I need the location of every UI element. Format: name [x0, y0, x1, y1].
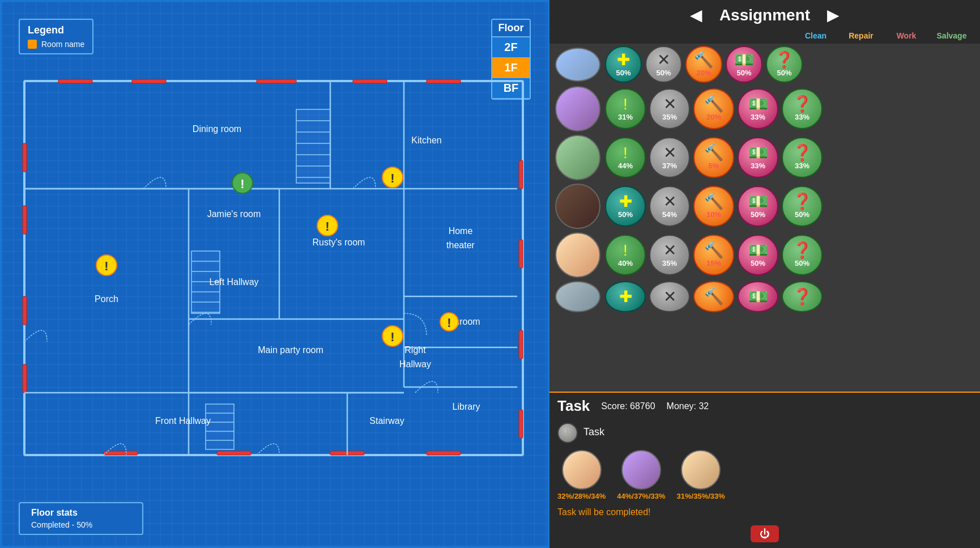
char-extra-btn-1[interactable]: ❓ 33%	[782, 88, 823, 129]
task-person-avatar-1[interactable]	[621, 450, 661, 490]
floor-btn-2f[interactable]: 2F	[492, 37, 530, 58]
char-extra-btn-2[interactable]: ❓ 33%	[782, 137, 823, 178]
power-button[interactable]: ⏻	[751, 525, 779, 542]
char-row-1: ! 31% ✕ 35% 🔨 20% 💵 33% ❓ 33%	[555, 86, 974, 131]
svg-text:Rusty's room: Rusty's room	[313, 237, 365, 247]
char-work-btn-2[interactable]: 🔨 5%	[693, 137, 734, 178]
char-row-5: ✚ ✕ 🔨 💵 ❓	[555, 281, 974, 312]
svg-rect-11	[519, 240, 523, 268]
char-repair-btn-3[interactable]: ✕ 54%	[649, 186, 690, 227]
char-repair-btn-2[interactable]: ✕ 37%	[649, 137, 690, 178]
char-salvage-btn-5[interactable]: 💵	[738, 281, 778, 312]
svg-rect-5	[427, 79, 461, 83]
assignment-next-btn[interactable]: ▶	[821, 6, 845, 24]
char-clean-btn-2[interactable]: ! 44%	[605, 137, 646, 178]
char-avatar-2[interactable]	[555, 135, 600, 180]
char-actions-5: ✚ ✕ 🔨 💵 ❓	[605, 281, 823, 312]
floor-plan-panel: Legend Room name Floor 2F 1F BF	[0, 0, 549, 548]
svg-text:Kitchen: Kitchen	[411, 135, 441, 145]
task-text: Task	[583, 423, 604, 438]
char-clean-btn-3[interactable]: ✚ 50%	[605, 186, 646, 227]
column-headers: Clean Repair Work Salvage	[549, 30, 980, 44]
char-work-btn-5[interactable]: 🔨	[693, 281, 734, 312]
floor-plan-svg: Dining room Kitchen Porch Jamie's room R…	[19, 70, 529, 478]
char-salvage-btn-2[interactable]: 💵 33%	[738, 137, 778, 178]
task-header: Task Score: 68760 Money: 32	[549, 392, 980, 419]
char-clean-btn-0[interactable]: ✚ 50%	[605, 46, 642, 83]
svg-text:Home: Home	[449, 226, 473, 236]
svg-text:theater: theater	[446, 240, 475, 250]
char-work-btn-4[interactable]: 🔨 15%	[693, 235, 734, 275]
task-label: Task	[557, 397, 590, 415]
svg-rect-12	[519, 330, 523, 359]
svg-text:Hallway: Hallway	[399, 359, 431, 369]
char-avatar-5[interactable]	[555, 281, 600, 312]
char-row-3: ✚ 50% ✕ 54% 🔨 10% 💵 50% ❓ 50%	[555, 184, 974, 229]
svg-text:Left Hallway: Left Hallway	[209, 277, 258, 287]
task-person-pct-1: 44%/37%/33%	[617, 492, 665, 500]
assignment-prev-btn[interactable]: ◀	[684, 6, 708, 24]
char-clean-btn-1[interactable]: ! 31%	[605, 88, 646, 129]
task-person-0: 32%/28%/34%	[557, 450, 606, 500]
task-person-avatar-0[interactable]	[562, 450, 602, 490]
svg-rect-7	[23, 206, 27, 234]
svg-text:Dining room: Dining room	[193, 124, 241, 134]
svg-rect-8	[23, 296, 27, 325]
char-repair-btn-4[interactable]: ✕ 35%	[649, 235, 690, 275]
char-salvage-btn-1[interactable]: 💵 33%	[738, 88, 778, 129]
char-clean-btn-5[interactable]: ✚	[605, 281, 646, 312]
svg-text:!: !	[104, 259, 108, 273]
svg-text:Library: Library	[453, 402, 480, 411]
char-extra-btn-4[interactable]: ❓ 50%	[782, 235, 823, 275]
char-salvage-btn-3[interactable]: 💵 50%	[738, 186, 778, 227]
svg-rect-13	[519, 410, 523, 438]
char-work-btn-1[interactable]: 🔨 20%	[693, 88, 734, 129]
char-actions-4: ! 40% ✕ 35% 🔨 15% 💵 50% ❓ 50%	[605, 235, 823, 275]
char-clean-btn-4[interactable]: ! 40%	[605, 235, 646, 275]
char-avatar-0[interactable]	[555, 48, 600, 82]
floor-stats-value: Completed - 50%	[31, 520, 131, 529]
svg-text:Stairway: Stairway	[369, 416, 404, 426]
legend-box: Legend Room name	[19, 19, 93, 54]
char-row-4: ! 40% ✕ 35% 🔨 15% 💵 50% ❓ 50%	[555, 232, 974, 278]
char-extra-btn-5[interactable]: ❓	[782, 281, 823, 312]
floor-stats: Floor stats Completed - 50%	[19, 502, 143, 535]
char-repair-btn-0[interactable]: ✕ 50%	[645, 46, 682, 83]
svg-text:Right: Right	[404, 345, 426, 355]
task-person-pct-2: 31%/35%/33%	[677, 492, 725, 500]
svg-rect-1	[58, 79, 92, 83]
right-panel: ◀ Assignment ▶ Clean Repair Work Salvage…	[549, 0, 980, 548]
char-salvage-btn-0[interactable]: 💵 50%	[726, 46, 762, 83]
svg-text:!: !	[240, 177, 244, 191]
char-repair-btn-1[interactable]: ✕ 35%	[649, 88, 690, 129]
svg-rect-10	[519, 160, 523, 189]
task-person-pct-0: 32%/28%/34%	[557, 492, 606, 500]
task-exclamation-icon: !	[557, 423, 578, 443]
floor-stats-title: Floor stats	[31, 508, 131, 518]
char-extra-btn-0[interactable]: ❓ 50%	[766, 46, 803, 83]
col-header-work: Work	[884, 31, 929, 40]
floor-title: Floor	[492, 20, 530, 37]
task-person-1: 44%/37%/33%	[617, 450, 665, 500]
char-avatar-1[interactable]	[555, 86, 600, 131]
char-work-btn-3[interactable]: 🔨 10%	[693, 186, 734, 227]
char-row-0: ✚ 50% ✕ 50% 🔨 20% 💵 50% ❓ 50%	[555, 46, 974, 83]
col-header-clean: Clean	[793, 31, 838, 40]
legend-color-swatch	[28, 40, 37, 49]
legend-title: Legend	[28, 24, 84, 36]
assignment-header: ◀ Assignment ▶	[549, 0, 980, 30]
char-actions-0: ✚ 50% ✕ 50% 🔨 20% 💵 50% ❓ 50%	[605, 46, 803, 83]
char-work-btn-0[interactable]: 🔨 20%	[685, 46, 722, 83]
char-avatar-3[interactable]	[555, 184, 600, 229]
char-actions-1: ! 31% ✕ 35% 🔨 20% 💵 33% ❓ 33%	[605, 88, 823, 129]
char-extra-btn-3[interactable]: ❓ 50%	[782, 186, 823, 227]
col-header-salvage: Salvage	[929, 31, 974, 40]
char-repair-btn-5[interactable]: ✕	[649, 281, 690, 312]
task-person-2: 31%/35%/33%	[677, 450, 725, 500]
task-person-avatar-2[interactable]	[681, 450, 721, 490]
char-actions-2: ! 44% ✕ 37% 🔨 5% 💵 33% ❓ 33%	[605, 137, 823, 178]
char-avatar-4[interactable]	[555, 232, 600, 278]
char-actions-3: ✚ 50% ✕ 54% 🔨 10% 💵 50% ❓ 50%	[605, 186, 823, 227]
char-salvage-btn-4[interactable]: 💵 50%	[738, 235, 778, 275]
power-btn-row: ⏻	[549, 522, 980, 548]
